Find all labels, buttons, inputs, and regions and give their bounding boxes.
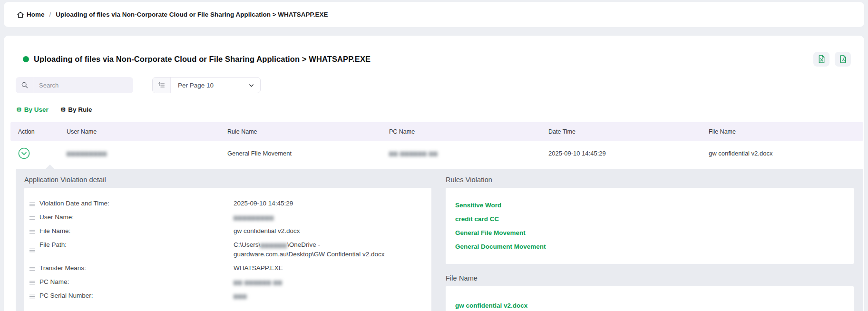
rule-link[interactable]: General File Movement bbox=[455, 226, 845, 240]
breadcrumb-separator: / bbox=[48, 11, 53, 18]
list-order-icon bbox=[153, 78, 171, 93]
list-lines-icon bbox=[29, 226, 39, 236]
row-user-name: ▆▆▆▆▆▆▆▆▆ bbox=[67, 150, 227, 156]
report-card: Uploading of files via Non-Corporate Clo… bbox=[4, 36, 864, 311]
gear-icon: ⚙ bbox=[16, 107, 22, 113]
row-file-name: gw confidential v2.docx bbox=[709, 150, 863, 157]
field-label: Violation Date and Time: bbox=[39, 199, 234, 208]
gear-icon: ⚙ bbox=[60, 107, 66, 113]
breadcrumb-home-link[interactable]: Home bbox=[17, 11, 45, 19]
field-pc-serial: PC Serial Number: ▆▆▆ bbox=[29, 289, 423, 302]
row-pc-name: ▆▆ ▆▆▆▆▆▆ ▆▆ bbox=[389, 150, 548, 156]
field-file-name: File Name: gw confidential v2.docx bbox=[29, 224, 423, 238]
breadcrumb-home-label[interactable]: Home bbox=[27, 11, 45, 18]
rules-violation-title: Rules Violation bbox=[446, 176, 854, 184]
row-date-time: 2025-09-10 14:45:29 bbox=[548, 150, 709, 157]
rule-link[interactable]: General Document Movement bbox=[455, 240, 845, 253]
pdf-export-icon bbox=[839, 55, 848, 64]
breadcrumb-current-page: Uploading of files via Non-Corporate Clo… bbox=[56, 11, 328, 18]
field-value-redacted: ▆▆▆ bbox=[234, 291, 405, 301]
file-link[interactable]: gw confidential v2.docx bbox=[455, 299, 845, 311]
search-input[interactable] bbox=[34, 82, 133, 89]
path-prefix: C:\Users\ bbox=[234, 241, 260, 248]
field-transfer-means: Transfer Means: WHATSAPP.EXE bbox=[29, 261, 423, 275]
field-value: gw confidential v2.docx bbox=[234, 226, 405, 236]
table-row: ▆▆▆▆▆▆▆▆▆ General File Movement ▆▆ ▆▆▆▆▆… bbox=[10, 141, 863, 165]
page-title: Uploading of files via Non-Corporate Clo… bbox=[34, 55, 371, 64]
file-name-section-title: File Name bbox=[446, 274, 854, 282]
field-file-path: File Path: C:\Users\▆▆▆▆▆▆\OneDrive - gu… bbox=[29, 238, 423, 261]
list-lines-icon bbox=[29, 199, 39, 208]
field-label: Transfer Means: bbox=[39, 263, 234, 273]
chevron-down-icon bbox=[248, 82, 254, 88]
column-header-date-time: Date Time bbox=[548, 128, 709, 135]
export-pdf-button[interactable] bbox=[835, 52, 851, 67]
controls-row: Per Page 10 bbox=[16, 77, 864, 93]
field-label: User Name: bbox=[39, 213, 234, 222]
list-lines-icon bbox=[29, 277, 39, 287]
per-page-select[interactable]: Per Page 10 bbox=[152, 77, 261, 93]
field-value: 2025-09-10 14:45:29 bbox=[234, 199, 405, 208]
field-pc-name: PC Name: ▆▆ ▆▆▆▆▆▆ ▆▆ bbox=[29, 275, 423, 289]
tab-by-user-label: By User bbox=[24, 106, 49, 113]
field-value: C:\Users\▆▆▆▆▆▆\OneDrive - guardware.com… bbox=[234, 240, 405, 259]
expanded-detail-panel: Application Violation detail Violation D… bbox=[16, 169, 863, 311]
per-page-value: Per Page 10 bbox=[171, 82, 248, 89]
table-header: Action User Name Rule Name PC Name Date … bbox=[10, 122, 863, 141]
field-label: File Name: bbox=[39, 226, 234, 236]
violation-detail-card: Violation Date and Time: 2025-09-10 14:4… bbox=[24, 188, 431, 311]
breadcrumb: Home / Uploading of files via Non-Corpor… bbox=[4, 2, 864, 27]
field-user-name: User Name: ▆▆▆▆▆▆▆▆▆ bbox=[29, 210, 423, 224]
search-icon bbox=[16, 77, 34, 93]
expand-row-button[interactable] bbox=[18, 147, 30, 159]
tab-by-rule[interactable]: ⚙ By Rule bbox=[60, 106, 92, 113]
field-label: File Path: bbox=[39, 240, 234, 259]
row-rule-name: General File Movement bbox=[227, 150, 389, 157]
rules-violation-card: Sensitive Word credit card CC General Fi… bbox=[446, 188, 854, 264]
export-buttons bbox=[813, 52, 851, 67]
list-lines-icon bbox=[29, 263, 39, 273]
column-header-pc-name: PC Name bbox=[389, 128, 548, 135]
view-tabs: ⚙ By User ⚙ By Rule bbox=[16, 106, 864, 113]
excel-export-icon bbox=[817, 55, 826, 64]
field-value-redacted: ▆▆▆▆▆▆▆▆▆ bbox=[234, 213, 405, 222]
violation-detail-title: Application Violation detail bbox=[24, 176, 431, 184]
rule-link[interactable]: Sensitive Word bbox=[455, 198, 845, 212]
field-violation-datetime: Violation Date and Time: 2025-09-10 14:4… bbox=[29, 196, 423, 210]
panel-caret bbox=[45, 165, 55, 169]
list-lines-icon bbox=[29, 213, 39, 222]
column-header-file-name: File Name bbox=[709, 128, 863, 135]
search-box bbox=[16, 77, 133, 93]
rule-link[interactable]: credit card CC bbox=[455, 212, 845, 226]
column-header-rule-name: Rule Name bbox=[227, 128, 389, 135]
column-header-user-name: User Name bbox=[67, 128, 227, 135]
home-icon bbox=[17, 11, 24, 19]
list-lines-icon bbox=[29, 240, 39, 259]
export-excel-button[interactable] bbox=[813, 52, 829, 67]
column-header-action: Action bbox=[18, 128, 67, 135]
title-row: Uploading of files via Non-Corporate Clo… bbox=[4, 36, 864, 67]
field-label: PC Serial Number: bbox=[39, 291, 234, 301]
list-lines-icon bbox=[29, 291, 39, 301]
field-label: PC Name: bbox=[39, 277, 234, 287]
tab-by-user[interactable]: ⚙ By User bbox=[16, 106, 49, 113]
field-value-redacted: ▆▆ ▆▆▆▆▆▆ ▆▆ bbox=[234, 277, 405, 287]
file-name-card: gw confidential v2.docx bbox=[446, 286, 854, 311]
path-redacted-segment: ▆▆▆▆▆▆ bbox=[260, 242, 287, 248]
tab-by-rule-label: By Rule bbox=[68, 106, 92, 113]
status-dot-icon bbox=[23, 56, 29, 62]
field-value: WHATSAPP.EXE bbox=[234, 263, 405, 273]
